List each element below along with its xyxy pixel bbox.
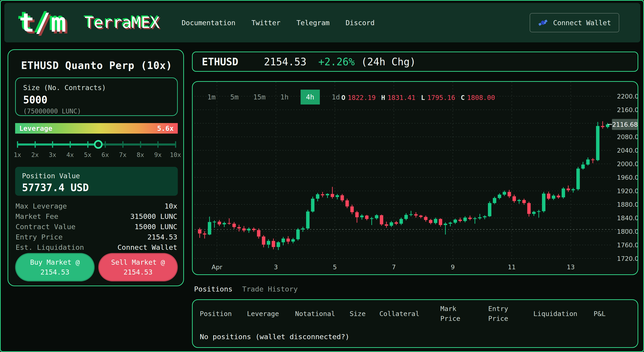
candle-body bbox=[232, 224, 236, 227]
slider-tick-10x[interactable] bbox=[175, 141, 176, 148]
stat-value: Connect Wallet bbox=[118, 243, 177, 252]
size-value[interactable]: 5000 bbox=[23, 94, 170, 106]
slider-tick-3x[interactable] bbox=[52, 141, 53, 148]
y-axis-label: 2040.00 bbox=[617, 147, 638, 154]
position-value-box: Position Value 57737.4 USD bbox=[15, 167, 178, 196]
candle-body bbox=[517, 200, 521, 201]
candle-body bbox=[503, 192, 506, 194]
column-header-collateral: Collateral bbox=[380, 306, 420, 321]
ticker-bar: ETHUSD 2154.53 +2.26% (24h Chg) bbox=[192, 52, 638, 72]
stat-row: Est. LiquidationConnect Wallet bbox=[16, 242, 177, 252]
ohlc-value: 1831.41 bbox=[388, 94, 415, 102]
ohlc-value: 1808.00 bbox=[467, 94, 495, 102]
positions-empty-message: No positions (wallet disconnected?) bbox=[200, 332, 350, 341]
candle-body bbox=[242, 228, 246, 230]
tab-positions[interactable]: Positions bbox=[194, 285, 232, 293]
stat-row: Market Fee315000 LUNC bbox=[16, 211, 177, 222]
trade-panel: ETHUSD Quanto Perp (10x) Size (No. Contr… bbox=[8, 49, 184, 286]
candle-body bbox=[346, 200, 349, 206]
candle-body bbox=[247, 229, 251, 230]
candlestick-chart[interactable]: 2200.002160.002080.002040.002000.001960.… bbox=[193, 82, 638, 275]
candle-body bbox=[213, 222, 216, 222]
slider-tick-7x[interactable] bbox=[122, 141, 124, 148]
candle-body bbox=[316, 194, 319, 199]
positions-tabs: PositionsTrade History bbox=[194, 285, 298, 293]
timeframe-button-5m[interactable]: 5m bbox=[228, 90, 241, 104]
connect-wallet-button[interactable]: Connect Wallet bbox=[530, 13, 619, 32]
slider-tick-4x[interactable] bbox=[70, 141, 71, 148]
brand-logo: t/m bbox=[19, 10, 67, 36]
candle-body bbox=[330, 194, 334, 197]
nav-link-twitter[interactable]: Twitter bbox=[252, 19, 280, 27]
slider-tick-label-5x: 5x bbox=[84, 151, 92, 158]
candle-body bbox=[527, 203, 530, 214]
slider-tick-label-9x: 9x bbox=[154, 151, 162, 158]
candle-body bbox=[370, 218, 374, 219]
timeframe-button-15m[interactable]: 15m bbox=[250, 90, 268, 104]
nav-link-discord[interactable]: Discord bbox=[346, 19, 374, 27]
slider-tick-1x[interactable] bbox=[17, 141, 18, 148]
ticker-change: +2.26% bbox=[318, 56, 355, 68]
candle-body bbox=[542, 194, 546, 211]
candle-body bbox=[488, 203, 492, 216]
candle-body bbox=[429, 220, 432, 223]
slider-tick-label-3x: 3x bbox=[49, 151, 56, 158]
candle-body bbox=[286, 238, 290, 242]
timeframe-selector: 1m5m15m1h4h1d bbox=[204, 90, 343, 104]
column-header-position: Position bbox=[200, 306, 232, 321]
main-nav: DocumentationTwitterTelegramDiscord bbox=[182, 19, 374, 27]
slider-fill bbox=[18, 144, 98, 146]
tab-trade-history[interactable]: Trade History bbox=[242, 285, 298, 293]
stat-label: Max Leverage bbox=[16, 202, 67, 210]
chart-panel: 2200.002160.002080.002040.002000.001960.… bbox=[192, 81, 638, 275]
candle-body bbox=[444, 224, 447, 225]
timeframe-button-1h[interactable]: 1h bbox=[278, 90, 291, 104]
slider-tick-9x[interactable] bbox=[158, 141, 158, 148]
candle-body bbox=[394, 222, 398, 224]
slider-tick-label-1x: 1x bbox=[14, 151, 21, 158]
slider-tick-6x[interactable] bbox=[105, 141, 106, 148]
size-input-box[interactable]: Size (No. Contracts) 5000 (75000000 LUNC… bbox=[15, 78, 178, 116]
candle-body bbox=[385, 224, 388, 226]
candle-body bbox=[434, 219, 437, 223]
stat-value: 15000 LUNC bbox=[134, 222, 177, 231]
candle-body bbox=[360, 216, 364, 217]
timeframe-button-1m[interactable]: 1m bbox=[204, 90, 218, 104]
candle-body bbox=[464, 218, 467, 221]
candle-body bbox=[458, 220, 462, 221]
x-axis-label: 7 bbox=[392, 264, 396, 271]
candle-body bbox=[350, 206, 354, 212]
x-axis-label: 3 bbox=[274, 264, 278, 271]
stat-label: Market Fee bbox=[16, 212, 58, 220]
candle-body bbox=[606, 124, 610, 127]
stat-row: Entry Price2154.53 bbox=[16, 232, 177, 242]
column-header-notational: Notational bbox=[295, 306, 335, 321]
slider-tick-5x[interactable] bbox=[87, 141, 88, 148]
candle-body bbox=[596, 126, 600, 160]
candle-body bbox=[493, 198, 496, 203]
candle-body bbox=[410, 214, 413, 215]
nav-link-telegram[interactable]: Telegram bbox=[296, 19, 330, 27]
x-axis-label: 13 bbox=[567, 264, 574, 271]
column-header-size: Size bbox=[350, 306, 366, 321]
y-axis-label: 2160.00 bbox=[617, 106, 638, 114]
x-axis-label: 11 bbox=[508, 264, 516, 271]
slider-tick-2x[interactable] bbox=[34, 141, 36, 148]
x-axis-label: 5 bbox=[333, 264, 337, 271]
slider-tick-label-7x: 7x bbox=[119, 151, 127, 158]
buy-market-button[interactable]: Buy Market @ 2154.53 bbox=[15, 253, 94, 282]
timeframe-button-4h[interactable]: 4h bbox=[300, 90, 320, 104]
candle-body bbox=[218, 222, 221, 224]
candle-body bbox=[537, 211, 540, 212]
leverage-slider[interactable]: 1x2x3x4x5x6x7x8x9x10x bbox=[18, 137, 176, 159]
candle-body bbox=[267, 241, 270, 244]
candle-body bbox=[419, 216, 422, 217]
y-axis-label: 1880.00 bbox=[617, 201, 638, 208]
slider-tick-8x[interactable] bbox=[140, 141, 141, 148]
candle-body bbox=[572, 189, 575, 190]
sell-market-button[interactable]: Sell Market @ 2154.53 bbox=[98, 253, 178, 282]
slider-handle[interactable] bbox=[94, 140, 103, 149]
nav-link-documentation[interactable]: Documentation bbox=[182, 19, 236, 27]
candle-body bbox=[424, 217, 428, 220]
candle-body bbox=[576, 169, 580, 189]
